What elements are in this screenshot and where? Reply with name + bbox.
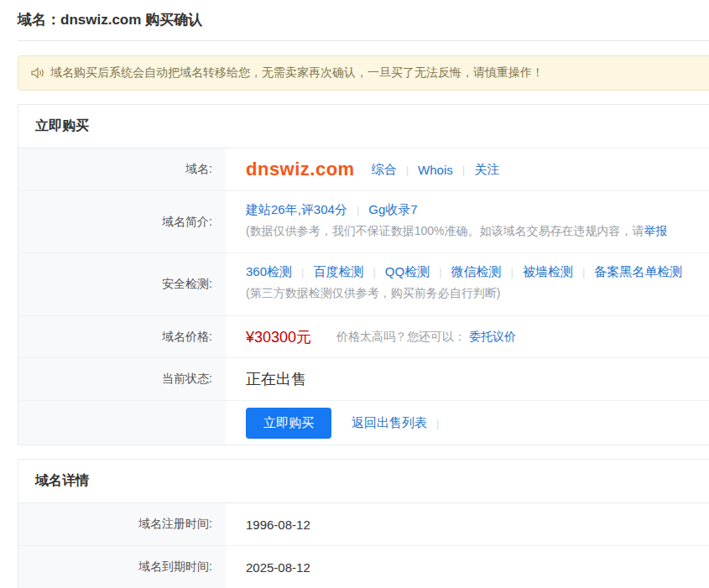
actions-label-spacer [18,401,226,445]
separator: | [373,266,375,278]
price-label: 域名价格: [18,316,226,357]
separator: | [582,266,585,278]
check-qq-link[interactable]: QQ检测 [385,264,430,280]
security-check-content: 360检测 | 百度检测 | QQ检测 | 微信检测 | 被墙检测 | 备案黑名… [226,253,709,315]
site-age-score-link[interactable]: 建站26年,评304分 [246,202,347,218]
price-row: 域名价格: ¥30300元 价格太高吗？您还可以： 委托议价 [18,316,709,358]
intro-disclaimer-text: (数据仅供参考，我们不保证数据100%准确。如该域名交易存在违规内容，请 [246,224,644,239]
page: 域名：dnswiz.com 购买确认 域名购买后系统会自动把域名转移给您，无需卖… [0,0,709,588]
follow-link[interactable]: 关注 [474,162,499,178]
intro-disclaimer: (数据仅供参考，我们不保证数据100%准确。如该域名交易存在违规内容，请 举报 [246,224,709,239]
buy-now-panel: 立即购买 域名: dnswiz.com 综合 | Whois | 关注 域名简介… [18,104,709,445]
status-row: 当前状态: 正在出售 [18,358,709,401]
speaker-icon [31,67,44,79]
separator: | [436,417,439,429]
separator: | [462,164,465,176]
registration-date-label: 域名注册时间: [18,503,226,545]
domain-intro-label: 域名简介: [18,191,226,252]
security-disclaimer: (第三方数据检测仅供参考，购买前务必自行判断) [246,286,709,301]
domain-label: 域名: [18,148,226,190]
expiry-date-label: 域名到期时间: [18,546,226,588]
back-to-list-link[interactable]: 返回出售列表 [352,415,427,431]
report-abuse-link[interactable]: 举报 [644,224,667,239]
domain-intro-content: 建站26年,评304分 | Gg收录7 (数据仅供参考，我们不保证数据100%准… [226,191,709,252]
expiry-date-value: 2025-08-12 [246,560,310,575]
domain-row: 域名: dnswiz.com 综合 | Whois | 关注 [18,148,709,191]
domain-content: dnswiz.com 综合 | Whois | 关注 [226,148,709,190]
separator: | [301,266,304,278]
separator: | [439,266,441,278]
price-hint: 价格太高吗？您还可以： [336,330,466,345]
title-divider [18,40,709,41]
composite-report-link[interactable]: 综合 [372,162,397,178]
domain-intro-row: 域名简介: 建站26年,评304分 | Gg收录7 (数据仅供参考，我们不保证数… [18,191,709,253]
actions-row: 立即购买 返回出售列表 | [18,401,709,445]
google-index-link[interactable]: Gg收录7 [368,202,417,218]
detail-panel-title: 域名详情 [18,460,709,503]
whois-link[interactable]: Whois [418,163,453,177]
check-gfw-link[interactable]: 被墙检测 [523,264,573,280]
price-content: ¥30300元 价格太高吗？您还可以： 委托议价 [226,316,709,357]
security-check-label: 安全检测: [18,253,226,315]
separator: | [511,266,514,278]
check-icp-blacklist-link[interactable]: 备案黑名单检测 [594,264,682,280]
status-label: 当前状态: [18,358,226,400]
page-title: 域名：dnswiz.com 购买确认 [18,0,709,29]
buy-panel-title: 立即购买 [18,105,709,148]
status-badge: 正在出售 [246,369,306,389]
purchase-warning-banner: 域名购买后系统会自动把域名转移给您，无需卖家再次确认，一旦买了无法反悔，请慎重操… [18,55,709,91]
check-baidu-link[interactable]: 百度检测 [313,264,363,280]
separator: | [406,164,409,176]
registration-date-row: 域名注册时间: 1996-08-12 [18,503,709,546]
security-check-row: 安全检测: 360检测 | 百度检测 | QQ检测 | 微信检测 | 被墙检测 … [18,253,709,316]
actions-content: 立即购买 返回出售列表 | [226,401,709,445]
registration-date-value: 1996-08-12 [246,518,310,532]
expiry-date-row: 域名到期时间: 2025-08-12 [18,546,709,588]
price-value: ¥30300元 [246,327,311,347]
status-content: 正在出售 [226,358,709,400]
domain-name: dnswiz.com [246,159,355,180]
expiry-date-content: 2025-08-12 [226,546,709,588]
separator: | [357,204,359,216]
check-wechat-link[interactable]: 微信检测 [451,264,502,280]
buy-now-button[interactable]: 立即购买 [246,408,331,439]
registration-date-content: 1996-08-12 [226,503,709,545]
check-360-link[interactable]: 360检测 [246,264,292,280]
domain-detail-panel: 域名详情 域名注册时间: 1996-08-12 域名到期时间: 2025-08-… [18,459,709,588]
negotiate-price-link[interactable]: 委托议价 [469,330,516,345]
warning-text: 域名购买后系统会自动把域名转移给您，无需卖家再次确认，一旦买了无法反悔，请慎重操… [50,65,544,81]
